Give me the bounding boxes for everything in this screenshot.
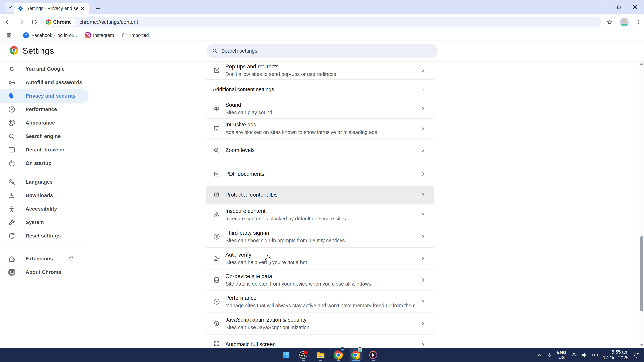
window-controls (600, 0, 642, 14)
browser-menu-button[interactable] (634, 17, 644, 27)
sidebar-item-search-engine[interactable]: Search engine (0, 130, 88, 143)
row-insecure-content[interactable]: Insecure contentInsecure content is bloc… (206, 204, 434, 226)
url-text[interactable]: chrome://settings/content (80, 19, 138, 25)
obs-icon (299, 351, 308, 359)
sidebar-item-accessibility[interactable]: Accessibility (0, 202, 88, 216)
bookmark-folder-imported[interactable]: Imported (122, 32, 149, 38)
accessibility-icon (8, 205, 16, 213)
chevron-right-icon (420, 212, 426, 217)
close-icon (632, 4, 638, 9)
page-scrollbar[interactable] (639, 61, 644, 348)
caret-up-icon[interactable] (420, 87, 426, 92)
media-player-button[interactable] (368, 349, 379, 361)
folder-icon (316, 351, 325, 359)
sidebar-item-on-startup[interactable]: On startup (0, 156, 88, 170)
sidebar-item-languages[interactable]: Languages (0, 175, 88, 189)
scroll-down-arrow[interactable] (640, 344, 644, 346)
settings-gear-favicon (18, 5, 23, 11)
new-tab-button[interactable]: + (94, 4, 102, 13)
bookmark-star-button[interactable] (605, 17, 614, 27)
file-explorer-button[interactable] (315, 349, 326, 361)
sidebar-item-extensions[interactable]: Extensions (0, 252, 88, 266)
settings-sidebar: G You and Google Autofill and passwords … (0, 61, 88, 279)
chevron-down-icon (8, 4, 13, 9)
row-sound[interactable]: SoundSites can play sound (206, 99, 434, 119)
reload-button[interactable] (29, 16, 40, 28)
close-window-button[interactable] (631, 3, 639, 11)
windows-start-icon (282, 351, 290, 359)
sidebar-item-system[interactable]: System (0, 216, 88, 229)
row-protected-content-ids[interactable]: Protected content IDs (206, 186, 434, 204)
sidebar-item-appearance[interactable]: Appearance (0, 116, 88, 130)
sidebar-item-autofill[interactable]: Autofill and passwords (0, 76, 88, 89)
sidebar-item-downloads[interactable]: Downloads (0, 189, 88, 202)
tab-strip: Settings - Privacy and security + (0, 0, 644, 14)
system-tray: ENG US 5:55 am 17 Oct 2025 z (537, 348, 644, 362)
row-performance[interactable]: PerformanceManage sites that will always… (206, 291, 434, 313)
row-auto-verify[interactable]: Auto-verifySites can help verify you're … (206, 248, 434, 270)
settings-page: G You and Google Autofill and passwords … (0, 61, 644, 348)
sidebar-item-privacy-security[interactable]: Privacy and security (0, 89, 88, 103)
section-additional-content-settings[interactable]: Additional content settings (206, 80, 434, 99)
sidebar-item-performance[interactable]: Performance (0, 103, 88, 116)
clock[interactable]: 5:55 am 17 Oct 2025 (603, 349, 628, 361)
battery-icon[interactable] (592, 352, 598, 358)
row-zoom-levels[interactable]: Zoom levels (206, 138, 434, 162)
browser-window-icon (8, 146, 16, 154)
language-indicator[interactable]: ENG US (557, 350, 566, 360)
microphone-icon[interactable] (547, 352, 552, 358)
start-button[interactable] (280, 349, 292, 361)
sidebar-item-you-and-google[interactable]: G You and Google (0, 62, 88, 76)
bookmarks-bar: f Facebook - log in or... Instagram Impo… (0, 30, 644, 40)
row-on-device-site-data[interactable]: On-device site dataSite data is deleted … (206, 270, 434, 291)
chevron-right-icon (420, 192, 426, 197)
chrome-gray-icon (8, 268, 16, 276)
bookmark-instagram[interactable]: Instagram (85, 32, 114, 38)
chrome-profile2-button[interactable] (350, 349, 362, 361)
maximize-button[interactable] (615, 3, 623, 11)
row-intrusive-ads[interactable]: Intrusive adsAds are blocked on sites kn… (206, 119, 434, 138)
back-button[interactable] (2, 16, 13, 28)
tray-chevron-up[interactable] (537, 352, 542, 358)
forward-button[interactable] (16, 16, 26, 28)
settings-header: Settings (0, 40, 644, 61)
reload-icon (31, 19, 38, 25)
date: 17 Oct 2025 (603, 355, 628, 361)
notification-bell-icon[interactable]: z (633, 352, 640, 358)
sidebar-item-about-chrome[interactable]: About Chrome (0, 266, 88, 279)
desktop: Settings - Privacy and security + Chrome… (0, 0, 644, 362)
profile-avatar[interactable] (620, 18, 628, 26)
row-automatic-full-screen[interactable]: Automatic full screen (206, 335, 434, 348)
bookmark-facebook[interactable]: f Facebook - log in or... (23, 32, 77, 38)
windows-taskbar: ENG US 5:55 am 17 Oct 2025 z (0, 348, 644, 362)
minimize-button[interactable] (600, 3, 607, 11)
omnibox[interactable]: Chrome chrome://settings/content (42, 16, 602, 27)
tab-close-button[interactable] (79, 5, 86, 12)
row-javascript-optimization[interactable]: JavaScript optimization & securitySites … (206, 313, 434, 335)
row-popups-redirects[interactable]: Pop-ups and redirectsDon't allow sites t… (206, 61, 434, 80)
toolbar-right (605, 17, 644, 27)
sidebar-item-default-browser[interactable]: Default browser (0, 143, 88, 156)
scroll-up-arrow[interactable] (640, 63, 644, 65)
row-pdf-documents[interactable]: PDF PDF documents (206, 162, 434, 186)
search-input[interactable] (221, 48, 432, 54)
forward-arrow-icon (18, 19, 24, 25)
chrome-profile1-button[interactable] (332, 349, 344, 361)
gauge-icon (212, 298, 221, 306)
browser-tab[interactable]: Settings - Privacy and security (14, 3, 89, 14)
speaker-icon[interactable] (582, 352, 588, 358)
wifi-icon[interactable] (571, 352, 577, 358)
obs-app-button[interactable] (298, 349, 309, 361)
site-chip[interactable]: Chrome (44, 18, 76, 26)
chevron-right-icon (420, 68, 426, 73)
settings-search[interactable] (206, 44, 438, 58)
scrollbar-thumb[interactable] (640, 236, 643, 311)
wrench-icon (8, 218, 16, 226)
svg-text:z: z (638, 352, 639, 355)
play-icon (369, 351, 378, 359)
power-icon (8, 159, 16, 167)
shield-bolt-icon (212, 320, 221, 328)
apps-grid-button[interactable] (4, 30, 15, 41)
row-third-party-sign-in[interactable]: Third-party sign-inSites can show sign-i… (206, 226, 434, 248)
sidebar-item-reset-settings[interactable]: Reset settings (0, 229, 88, 243)
